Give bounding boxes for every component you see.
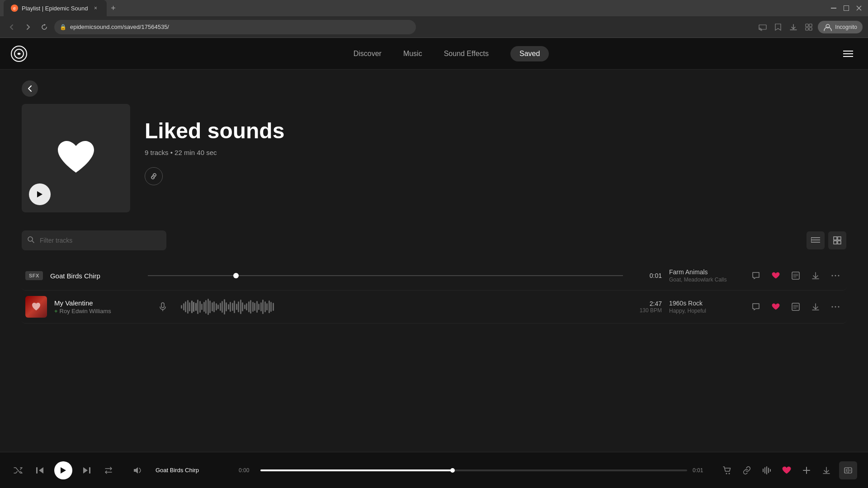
like-btn[interactable]	[769, 300, 783, 314]
svg-rect-45	[770, 469, 771, 472]
bottom-player: Goat Birds Chirp 0:00 0:01	[0, 452, 868, 488]
svg-rect-1	[844, 6, 849, 11]
top-nav: Discover Music Sound Effects Saved	[0, 38, 868, 70]
shuffle-btn[interactable]	[11, 463, 25, 478]
main-content: Liked sounds 9 tracks • 22 min 40 sec	[0, 70, 868, 447]
track-badge: SFX	[25, 271, 43, 280]
svg-rect-9	[809, 28, 812, 30]
track-list-area: SFX Goat Birds Chirp 0:01 Farm Animals	[22, 230, 846, 324]
add-to-scenes-btn[interactable]	[788, 268, 803, 283]
heart-large-icon	[56, 140, 96, 176]
svg-rect-22	[838, 237, 841, 240]
window-controls	[828, 3, 864, 14]
tab-close-btn[interactable]: ×	[91, 4, 99, 12]
svg-rect-6	[806, 24, 808, 27]
reload-btn[interactable]	[38, 21, 51, 33]
progress-fill	[260, 469, 453, 471]
play-playlist-btn[interactable]	[29, 183, 51, 205]
minimize-btn[interactable]	[828, 3, 839, 14]
svg-point-35	[835, 306, 836, 308]
nav-links: Discover Music Sound Effects Saved	[63, 46, 839, 61]
grid-view-btn[interactable]	[828, 231, 846, 249]
svg-rect-44	[768, 468, 769, 473]
player-download-btn[interactable]	[819, 463, 834, 478]
back-btn[interactable]	[22, 80, 38, 97]
volume-btn[interactable]	[130, 463, 145, 478]
list-view-btn[interactable]	[807, 231, 825, 249]
add-to-scenes-btn[interactable]	[788, 300, 803, 314]
player-time-total: 0:01	[693, 467, 709, 474]
table-row[interactable]: My Valentine + Roy Edwin Williams	[22, 291, 846, 324]
player-embed-btn[interactable]	[839, 461, 857, 479]
nav-saved[interactable]: Saved	[510, 46, 549, 61]
like-btn[interactable]	[769, 268, 783, 283]
filter-input[interactable]	[22, 230, 166, 250]
track-actions	[749, 268, 843, 283]
artist-plus-icon: +	[54, 308, 58, 314]
back-browser-btn[interactable]	[5, 21, 18, 33]
svg-rect-4	[759, 25, 766, 29]
progress-bar[interactable]	[260, 469, 687, 471]
logo[interactable]	[11, 46, 27, 62]
comment-btn[interactable]	[749, 268, 763, 283]
active-tab[interactable]: e Playlist | Epidemic Sound ×	[4, 0, 107, 16]
svg-point-29	[838, 275, 840, 277]
playlist-meta: 9 tracks • 22 min 40 sec	[145, 149, 284, 156]
track-genre: 1960s Rock	[669, 300, 741, 307]
svg-rect-21	[834, 237, 837, 240]
track-title: My Valentine	[54, 299, 145, 307]
incognito-btn[interactable]: Incognito	[818, 21, 863, 33]
svg-rect-43	[766, 466, 767, 474]
search-icon	[27, 236, 34, 245]
lock-icon: 🔒	[60, 24, 66, 30]
player-waveform-btn[interactable]	[760, 463, 774, 478]
browser-title-bar: e Playlist | Epidemic Sound × +	[0, 0, 868, 16]
playlist-info: Liked sounds 9 tracks • 22 min 40 sec	[145, 104, 284, 185]
track-duration: 0:01	[630, 272, 662, 279]
forward-browser-btn[interactable]	[22, 21, 34, 33]
player-add-btn[interactable]	[799, 463, 814, 478]
bookmark-icon[interactable]	[772, 21, 784, 33]
player-cart-btn[interactable]	[720, 463, 734, 478]
playlist-cover	[22, 104, 130, 212]
track-genre: Farm Animals	[669, 268, 741, 276]
download-icon[interactable]	[787, 21, 800, 33]
track-time: 0:01	[630, 272, 662, 279]
svg-rect-24	[838, 241, 841, 244]
artist-name: Roy Edwin Williams	[60, 308, 111, 314]
svg-rect-8	[806, 28, 808, 30]
nav-music[interactable]: Music	[403, 50, 422, 58]
close-btn[interactable]	[854, 3, 864, 14]
nav-menu-btn[interactable]	[839, 45, 857, 63]
repeat-btn[interactable]	[101, 463, 116, 478]
download-track-btn[interactable]	[808, 268, 823, 283]
player-link-btn[interactable]	[740, 463, 754, 478]
more-options-btn[interactable]	[828, 268, 843, 283]
cast-icon[interactable]	[756, 21, 769, 33]
track-genre-area: Farm Animals Goat, Meadowlark Calls	[669, 268, 741, 283]
prev-track-btn[interactable]	[33, 463, 47, 478]
nav-sound-effects[interactable]: Sound Effects	[444, 50, 489, 58]
more-options-btn[interactable]	[828, 300, 843, 314]
track-genre-area: 1960s Rock Happy, Hopeful	[669, 300, 741, 314]
player-heart-btn[interactable]	[779, 463, 794, 478]
new-tab-btn[interactable]: +	[107, 2, 119, 14]
svg-rect-37	[36, 467, 38, 474]
svg-rect-0	[831, 8, 836, 9]
svg-point-27	[832, 275, 833, 277]
svg-rect-42	[764, 467, 765, 474]
nav-discover[interactable]: Discover	[354, 50, 382, 58]
svg-rect-30	[161, 303, 164, 308]
progress-dot	[450, 468, 455, 473]
player-controls	[11, 461, 116, 479]
tab-favicon: e	[11, 5, 18, 12]
extensions-icon[interactable]	[802, 21, 815, 33]
comment-btn[interactable]	[749, 300, 763, 314]
address-bar[interactable]: 🔒 epidemicsound.com/saved/17564535/	[54, 20, 416, 34]
maximize-btn[interactable]	[841, 3, 852, 14]
player-play-btn[interactable]	[54, 461, 72, 479]
table-row[interactable]: SFX Goat Birds Chirp 0:01 Farm Animals	[22, 261, 846, 291]
download-track-btn[interactable]	[808, 300, 823, 314]
share-btn[interactable]	[145, 167, 163, 185]
next-track-btn[interactable]	[80, 463, 94, 478]
